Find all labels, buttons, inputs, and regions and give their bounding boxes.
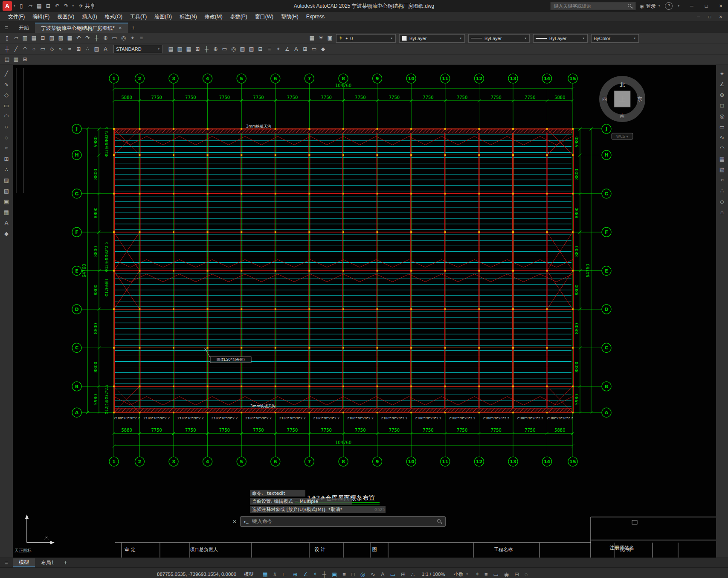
menu-item[interactable]: 修改(M) xyxy=(201,12,226,21)
toolbar-icon[interactable]: ▱ xyxy=(12,34,20,43)
doc-close-button[interactable]: ✕ xyxy=(715,12,726,21)
units-dropdown[interactable]: 小数 ▾ xyxy=(454,571,469,578)
toolbar-icon[interactable]: ▭ xyxy=(38,45,47,54)
model-space-canvas[interactable]: 1047605880775077507750775077507750775077… xyxy=(13,65,716,558)
toolbar-icon[interactable]: ◠ xyxy=(20,45,29,54)
toolbar-icon[interactable]: ▨ xyxy=(238,45,247,54)
command-input-bar[interactable]: ✕ ▸_ 键入命令 xyxy=(232,516,446,527)
tool-icon[interactable]: ≈ xyxy=(717,176,727,185)
draw-tool-icon[interactable]: ∴ xyxy=(2,165,11,174)
status-toggle-icon[interactable]: ▦ xyxy=(260,571,270,578)
tool-icon[interactable]: ▦ xyxy=(717,154,727,164)
toolbar-icon[interactable]: ⊞ xyxy=(74,45,83,54)
toolbar-icon[interactable]: ≡ xyxy=(265,45,274,54)
menu-item[interactable]: 文件(F) xyxy=(4,12,29,21)
menu-item[interactable]: 视图(V) xyxy=(53,12,78,21)
annotation-scale-button[interactable]: 1:1 / 100% xyxy=(422,572,445,577)
toolbar-icon[interactable]: ▨ xyxy=(47,34,56,43)
toolbar-icon[interactable]: ▭ xyxy=(310,45,319,54)
toolbar-icon[interactable]: ⌖ xyxy=(274,45,283,54)
toolbar-icon[interactable]: ∴ xyxy=(83,45,92,54)
status-toggle-icon[interactable]: ⌖ xyxy=(311,571,319,578)
toolbar-icon[interactable]: ⊕ xyxy=(211,45,220,54)
toolbar-icon[interactable]: ▦ xyxy=(184,45,193,54)
help-button[interactable]: ? xyxy=(665,2,673,10)
toolbar-icon[interactable]: ◎ xyxy=(229,45,238,54)
command-input[interactable]: ▸_ 键入命令 xyxy=(240,516,446,527)
toolbar-icon[interactable]: ▥ xyxy=(175,45,184,54)
status-toggle-icon[interactable]: ▣ xyxy=(329,571,339,578)
toolbar-icon[interactable]: ⊟ xyxy=(38,34,47,43)
draw-tool-icon[interactable]: ∿ xyxy=(2,80,11,89)
color-dropdown[interactable]: ByLayer ▾ xyxy=(399,34,465,43)
drawing-canvas[interactable]: 1047605880775077507750775077507750775077… xyxy=(13,65,716,558)
toolbar-icon[interactable]: ○ xyxy=(29,45,38,54)
draw-tool-icon[interactable]: ◌ xyxy=(2,133,11,142)
linetype-dropdown[interactable]: ByLayer ▾ xyxy=(468,34,530,43)
toolbar-icon[interactable]: ▦ xyxy=(65,34,74,43)
draw-tool-icon[interactable]: ▧ xyxy=(2,186,11,196)
toolbar-icon[interactable]: ⌖ xyxy=(128,34,137,43)
new-layout-button[interactable]: + xyxy=(60,559,71,566)
toolbar-icon[interactable]: ↷ xyxy=(83,34,92,43)
toolbar-icon[interactable]: ▥ xyxy=(20,34,29,43)
toolbar-icon[interactable]: ≈ xyxy=(65,45,74,54)
tool-icon[interactable]: ◠ xyxy=(717,144,727,153)
tool-icon[interactable]: ∴ xyxy=(717,186,727,196)
status-icon[interactable]: ≡ xyxy=(481,571,490,578)
status-toggle-icon[interactable]: ◎ xyxy=(357,571,368,578)
status-icon[interactable]: ⊟ xyxy=(512,571,522,578)
status-toggle-icon[interactable]: ∠ xyxy=(300,571,311,578)
help-caret-icon[interactable]: ▾ xyxy=(677,4,680,8)
tab-start[interactable]: 开始 xyxy=(13,23,35,33)
menu-item[interactable]: 窗口(W) xyxy=(251,12,277,21)
toolbar-icon[interactable]: ▭ xyxy=(220,45,229,54)
draw-tool-icon[interactable]: ▣ xyxy=(2,197,11,206)
toolbar-icon[interactable]: ▦ xyxy=(12,55,20,64)
toolbar-icon[interactable]: ▤ xyxy=(166,45,175,54)
app-menu-caret-icon[interactable]: ▾ xyxy=(13,4,16,8)
draw-tool-icon[interactable]: A xyxy=(2,218,11,228)
status-toggle-icon[interactable]: # xyxy=(270,571,279,578)
status-toggle-icon[interactable]: ▭ xyxy=(387,571,398,578)
draw-tool-icon[interactable]: ⊞ xyxy=(2,154,11,164)
plotstyle-dropdown[interactable]: ByColor ▾ xyxy=(591,34,639,43)
layer-dropdown[interactable]: ☀ ● 0 ▾ xyxy=(336,34,396,43)
tab-model[interactable]: 模型 xyxy=(13,558,35,567)
status-icon[interactable]: ◌ xyxy=(522,571,531,578)
minimize-button[interactable]: ─ xyxy=(684,0,699,12)
quick-access-icon[interactable]: ↷ xyxy=(62,2,71,11)
toolbar-icon[interactable]: ╱ xyxy=(12,45,20,54)
text-style-dropdown[interactable]: STANDARD ▾ xyxy=(113,45,163,53)
toolbar-icon[interactable]: ▯ xyxy=(3,34,12,43)
toolbar-icon[interactable]: A xyxy=(292,45,301,54)
menu-item[interactable]: 编辑(E) xyxy=(29,12,53,21)
draw-tool-icon[interactable]: ▦ xyxy=(2,208,11,217)
status-toggle-icon[interactable]: ⊞ xyxy=(398,571,408,578)
command-close-icon[interactable]: ✕ xyxy=(232,519,237,525)
status-icon[interactable]: ⌖ xyxy=(473,571,481,578)
menu-item[interactable]: Express xyxy=(302,12,328,21)
quick-access-icon[interactable]: ▱ xyxy=(26,2,35,11)
new-tab-button[interactable]: + xyxy=(128,23,138,33)
share-button[interactable]: ✈ 共享 xyxy=(79,3,95,10)
lineweight-dropdown[interactable]: ByLayer ▾ xyxy=(533,34,588,43)
quick-access-icon[interactable]: ⊟ xyxy=(44,2,53,11)
tab-current-drawing[interactable]: 宁波某物流中心钢结构厂房图纸* ✕ xyxy=(35,23,128,33)
toolbar-icon[interactable]: ▭ xyxy=(110,34,119,43)
status-toggle-icon[interactable]: ┼ xyxy=(319,571,329,578)
toolbar-icon[interactable]: ▤ xyxy=(3,55,12,64)
status-icon[interactable]: ▭ xyxy=(490,571,501,578)
tool-icon[interactable]: ∠ xyxy=(717,80,727,89)
toolbar-icon[interactable]: ⊕ xyxy=(101,34,110,43)
close-button[interactable]: ✕ xyxy=(713,0,728,12)
model-space-button[interactable]: 模型 xyxy=(244,571,254,578)
toolbar-icon[interactable]: ▨ xyxy=(92,45,101,54)
menu-item[interactable]: 帮助(H) xyxy=(277,12,302,21)
draw-tool-icon[interactable]: ◠ xyxy=(2,112,11,121)
menu-item[interactable]: 插入(I) xyxy=(78,12,101,21)
status-toggle-icon[interactable]: ⊕ xyxy=(290,571,300,578)
toolbar-icon[interactable]: ⊞ xyxy=(193,45,202,54)
status-toggle-icon[interactable]: □ xyxy=(348,571,357,578)
search-input[interactable]: 键入关键字或短语 xyxy=(551,2,635,10)
